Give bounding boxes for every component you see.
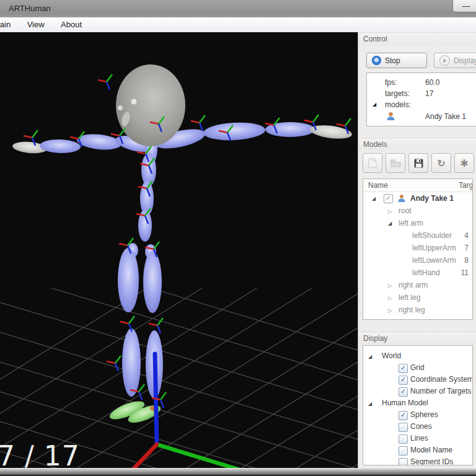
menu-main[interactable]: Main	[0, 17, 17, 32]
models-header-label: Models	[363, 140, 387, 149]
right-panel: Control Stop Display fps: 60.0 targets: …	[358, 32, 476, 468]
display-tree: ◢ World ✓ Grid ✓ Coordinate System ✓ Num…	[363, 345, 473, 465]
expand-icon[interactable]: ◢	[368, 398, 372, 410]
new-file-icon	[368, 158, 377, 168]
number-of-targets-checkbox[interactable]: ✓	[399, 387, 408, 397]
human-model	[12, 64, 353, 426]
tree-row-left-arm[interactable]: ◢ left arm	[363, 217, 472, 229]
models-tree-header[interactable]: Name Targets	[363, 179, 472, 192]
head-segment	[116, 64, 185, 146]
tree-row-leftLowerArm[interactable]: leftLowerArm 8	[363, 254, 472, 267]
person-icon	[397, 194, 406, 203]
models-header: Models	[358, 138, 476, 151]
cones-checkbox[interactable]	[399, 423, 408, 432]
column-targets: Targets	[459, 179, 473, 192]
tree-row-cones[interactable]: Cones	[363, 421, 472, 433]
expand-icon[interactable]: ◢	[372, 193, 376, 205]
segment-ids-checkbox[interactable]	[399, 458, 408, 465]
person-icon	[386, 112, 395, 121]
tree-row-left-leg[interactable]: ▷ left leg	[363, 291, 472, 304]
menu-view[interactable]: View	[20, 17, 51, 32]
menu-about[interactable]: About	[54, 17, 89, 32]
control-info-box: fps: 60.0 targets: 17 ◢ models: Andy Tak…	[366, 73, 476, 126]
tree-row-lines[interactable]: Lines	[363, 433, 472, 444]
tree-row-world[interactable]: ◢ World	[363, 350, 472, 362]
open-model-button[interactable]	[386, 153, 405, 173]
targets-row: targets: 17	[367, 88, 476, 99]
window-title: ARTHuman	[9, 4, 51, 13]
control-header-label: Control	[363, 35, 387, 43]
expand-icon[interactable]: ◢	[368, 351, 372, 363]
fps-row: fps: 60.0	[367, 77, 476, 88]
display-header: Display	[358, 332, 476, 345]
tree-row-model[interactable]: ◢ ✓ Andy Take 1	[363, 192, 472, 205]
spheres-checkbox[interactable]: ✓	[399, 411, 408, 420]
models-tree: Name Targets ◢ ✓ Andy Take 1 ▷ root ◢ le…	[363, 178, 473, 320]
3d-viewport[interactable]: 7 / 17	[0, 32, 358, 468]
refresh-icon: ↻	[437, 157, 445, 169]
model-checkbox[interactable]: ✓	[384, 194, 393, 203]
column-name: Name	[368, 179, 388, 192]
title-bar[interactable]: ARTHuman —	[0, 0, 476, 18]
stop-button[interactable]: Stop	[366, 53, 427, 68]
tree-row-leftHand[interactable]: leftHand 11	[363, 267, 472, 279]
expand-icon[interactable]: ◢	[372, 99, 376, 110]
display-header-label: Display	[363, 334, 387, 343]
new-model-button[interactable]	[363, 153, 382, 173]
minimize-button[interactable]: —	[452, 0, 476, 12]
collapse-icon[interactable]: ▷	[388, 205, 392, 218]
tree-row-human-model[interactable]: ◢ Human Model	[363, 397, 472, 409]
tree-row-right-leg[interactable]: ▷ right leg	[363, 304, 472, 316]
stop-icon	[372, 56, 381, 65]
tree-row-spheres[interactable]: ✓ Spheres	[363, 409, 472, 421]
minimize-icon: —	[462, 1, 470, 11]
tree-row-number-of-targets[interactable]: ✓ Number of Targets	[363, 386, 472, 397]
control-header: Control	[358, 32, 476, 45]
lines-checkbox[interactable]	[399, 434, 408, 444]
collapse-icon[interactable]: ▷	[388, 292, 392, 304]
expand-icon[interactable]: ◢	[388, 218, 392, 230]
open-folder-icon	[390, 159, 401, 167]
collapse-icon[interactable]: ▷	[388, 280, 392, 292]
skeleton-scene	[0, 32, 358, 468]
tree-row-leftUpperArm[interactable]: leftUpperArm 7	[363, 242, 472, 254]
tree-row-grid[interactable]: ✓ Grid	[363, 362, 472, 374]
reload-model-button[interactable]: ↻	[431, 153, 451, 173]
models-row[interactable]: ◢ models:	[367, 99, 476, 110]
tree-row-right-arm[interactable]: ▷ right arm	[363, 279, 472, 291]
status-bar	[0, 468, 476, 476]
save-model-button[interactable]	[408, 153, 428, 173]
remove-model-button[interactable]: ✱	[454, 153, 474, 173]
save-icon	[414, 159, 423, 168]
fps-value: 60.0	[425, 77, 439, 88]
collapse-icon[interactable]: ▷	[388, 304, 392, 317]
play-icon	[439, 55, 450, 66]
tree-row-coordinate-system[interactable]: ✓ Coordinate System	[363, 374, 472, 386]
display-button[interactable]: Display	[434, 53, 476, 68]
target-counter: 7 / 17	[0, 440, 80, 468]
floor-grid	[0, 157, 358, 468]
targets-value: 17	[425, 88, 433, 99]
tree-row-model-name[interactable]: Model Name	[363, 444, 472, 456]
menu-bar: Main View About	[0, 17, 476, 33]
tree-row-root[interactable]: ▷ root	[363, 205, 472, 217]
model-name-checkbox[interactable]	[399, 446, 408, 456]
pinwheel-icon: ✱	[460, 157, 468, 169]
grid-checkbox[interactable]: ✓	[399, 364, 408, 373]
model-name: Andy Take 1	[425, 111, 466, 122]
coordinate-system-checkbox[interactable]: ✓	[399, 376, 408, 385]
tree-row-leftShoulder[interactable]: leftShoulder 4	[363, 229, 472, 242]
model-entry-row[interactable]: Andy Take 1	[367, 111, 476, 122]
tree-row-segment-ids[interactable]: Segment IDs	[363, 456, 472, 465]
